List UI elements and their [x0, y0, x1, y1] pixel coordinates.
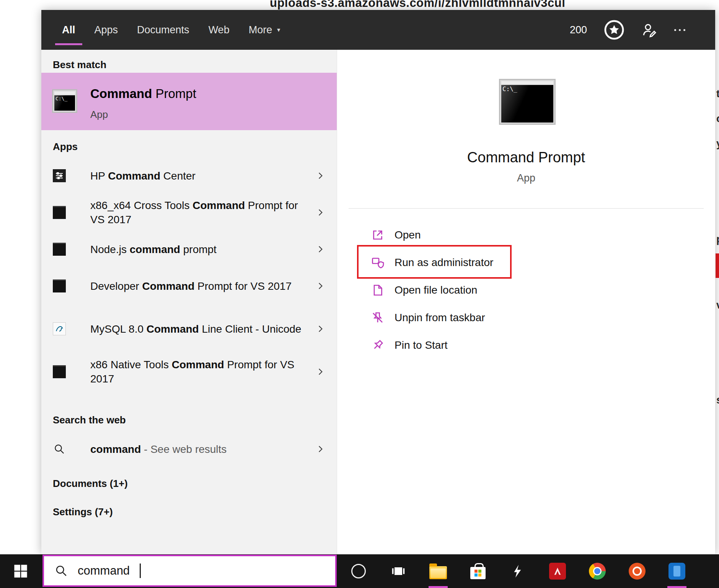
taskbar-icons	[349, 562, 686, 580]
background-red-annotation-fragment	[716, 253, 719, 278]
command-prompt-icon-large: C:\_	[499, 79, 556, 125]
app-result-label: HP Command Center	[90, 169, 307, 183]
running-app-indicator	[667, 586, 686, 588]
app-result-label: Node.js command prompt	[90, 242, 307, 256]
unpin-icon	[371, 311, 385, 325]
hp-command-center-icon	[53, 169, 66, 182]
command-prompt-icon: C:\_	[52, 89, 77, 113]
divider	[349, 208, 704, 209]
search-filter-bar: All Apps Documents Web More▼ 200	[41, 10, 715, 50]
app-result-label: x86 Native Tools Command Prompt for VS 2…	[90, 358, 307, 386]
chrome-icon[interactable]	[588, 562, 607, 580]
action-unpin-from-taskbar[interactable]: Unpin from taskbar	[337, 304, 715, 332]
command-prompt-mini-icon	[53, 243, 66, 256]
adobe-acrobat-icon[interactable]	[548, 562, 567, 580]
chevron-right-icon[interactable]	[315, 281, 325, 291]
header-actions: 200	[570, 10, 685, 50]
taskbar-search-input[interactable]: command	[42, 555, 337, 587]
background-text-fragment: t	[716, 88, 719, 100]
cortana-icon[interactable]	[349, 562, 368, 580]
feedback-person-icon[interactable]	[641, 22, 657, 38]
section-apps: Apps	[53, 141, 78, 153]
web-result-command[interactable]: command - See web results	[41, 435, 337, 463]
section-search-the-web: Search the web	[53, 414, 126, 426]
command-prompt-mini-icon	[53, 365, 66, 378]
best-match-title: Command Prompt	[90, 87, 196, 101]
preview-subtitle: App	[337, 172, 715, 184]
file-explorer-icon[interactable]	[429, 562, 447, 580]
chevron-down-icon: ▼	[276, 27, 281, 33]
chevron-right-icon[interactable]	[315, 207, 325, 217]
app-result-label: MySQL 8.0 Command Line Client - Unicode	[90, 322, 307, 336]
background-text-fragment: p	[716, 234, 719, 245]
app-result-nodejs-command-prompt[interactable]: Node.js command prompt	[41, 235, 337, 263]
tab-more[interactable]: More▼	[249, 10, 281, 50]
task-view-icon[interactable]	[389, 562, 408, 580]
background-text-fragment: v	[716, 299, 719, 311]
options-ellipsis-icon[interactable]	[674, 29, 685, 31]
tab-all[interactable]: All	[62, 10, 75, 50]
app-result-hp-command-center[interactable]: HP Command Center	[41, 162, 337, 190]
chevron-right-icon[interactable]	[315, 244, 325, 254]
background-text-fragment: y	[716, 138, 719, 150]
open-icon	[371, 228, 385, 242]
microsoft-store-icon[interactable]	[469, 562, 487, 580]
tab-documents[interactable]: Documents	[137, 10, 189, 50]
search-icon	[53, 443, 66, 456]
preview-panel: C:\_ Command Prompt App Open Run as admi…	[337, 50, 715, 554]
command-prompt-mini-icon	[53, 279, 66, 292]
background-text-fragment: c	[716, 113, 719, 125]
start-search-flyout: All Apps Documents Web More▼ 200 Best ma…	[41, 10, 715, 554]
web-result-label: command - See web results	[90, 442, 307, 456]
app-result-label: Developer Command Prompt for VS 2017	[90, 279, 307, 293]
windows-logo-icon	[13, 564, 28, 578]
text-cursor	[140, 564, 141, 578]
your-phone-icon[interactable]	[668, 562, 686, 580]
background-page-text: uploads-s3.amazonaws.com/i/zhlvmlldtmnna…	[270, 0, 565, 10]
app-result-mysql-command-line-client[interactable]: MySQL 8.0 Command Line Client - Unicode	[41, 309, 337, 349]
app-result-label: x86_x64 Cross Tools Command Prompt for V…	[90, 198, 307, 227]
screen: uploads-s3.amazonaws.com/i/zhlvmlldtmnna…	[0, 0, 719, 588]
section-documents[interactable]: Documents (1+)	[53, 478, 128, 490]
taskbar: command	[0, 554, 719, 588]
rewards-points: 200	[570, 24, 587, 36]
ubuntu-icon[interactable]	[628, 562, 646, 580]
chevron-right-icon[interactable]	[315, 171, 325, 181]
tab-apps[interactable]: Apps	[95, 10, 118, 50]
chevron-right-icon[interactable]	[315, 367, 325, 377]
app-result-x86-x64-cross-tools[interactable]: x86_x64 Cross Tools Command Prompt for V…	[41, 192, 337, 233]
mysql-icon	[53, 322, 66, 335]
file-location-icon	[371, 283, 385, 297]
running-app-indicator	[429, 586, 448, 588]
section-settings[interactable]: Settings (7+)	[53, 506, 113, 518]
chevron-right-icon[interactable]	[315, 324, 325, 334]
best-match-subtitle: App	[90, 109, 108, 121]
search-icon	[55, 564, 68, 577]
chevron-right-icon[interactable]	[315, 444, 325, 454]
start-button[interactable]	[0, 554, 41, 588]
command-prompt-mini-icon	[53, 206, 66, 219]
pin-icon	[371, 338, 385, 352]
background-text-fragment: s	[716, 394, 719, 406]
search-query-text: command	[78, 564, 130, 578]
lightning-icon[interactable]	[509, 562, 527, 580]
app-result-developer-command-prompt[interactable]: Developer Command Prompt for VS 2017	[41, 266, 337, 306]
filter-tabs: All Apps Documents Web More▼	[62, 10, 300, 50]
action-open-file-location[interactable]: Open file location	[337, 276, 715, 304]
action-pin-to-start[interactable]: Pin to Start	[337, 332, 715, 359]
section-best-match: Best match	[53, 59, 106, 71]
tab-web[interactable]: Web	[209, 10, 230, 50]
results-panel: Best match C:\_ Command Prompt App Apps …	[41, 50, 337, 554]
rewards-medal-icon[interactable]	[604, 20, 624, 40]
annotation-highlight-box	[357, 245, 512, 279]
best-match-result[interactable]: C:\_ Command Prompt App	[41, 73, 337, 130]
preview-title: Command Prompt	[337, 149, 715, 166]
app-result-x86-native-tools[interactable]: x86 Native Tools Command Prompt for VS 2…	[41, 351, 337, 392]
